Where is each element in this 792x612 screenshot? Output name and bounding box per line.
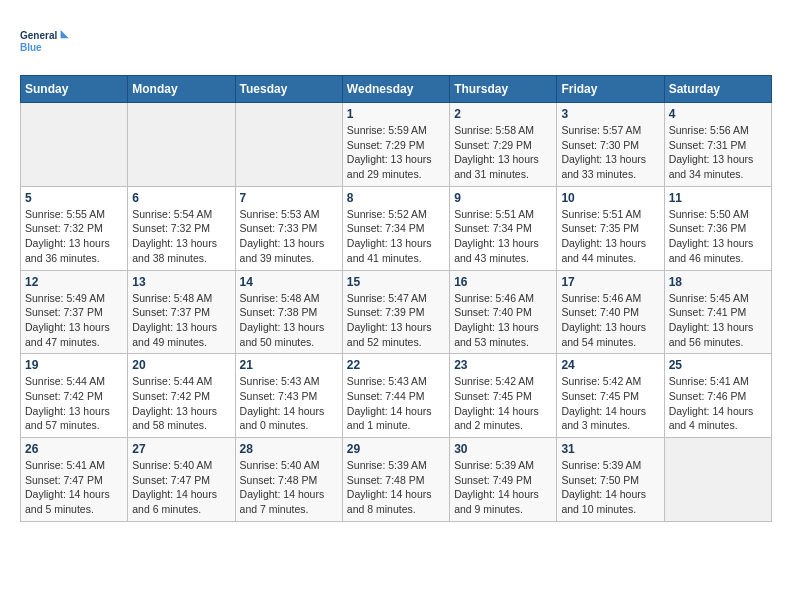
calendar-cell: 9Sunrise: 5:51 AM Sunset: 7:34 PM Daylig…: [450, 186, 557, 270]
calendar-cell: [128, 103, 235, 187]
day-number: 1: [347, 107, 445, 121]
day-info: Sunrise: 5:43 AM Sunset: 7:43 PM Dayligh…: [240, 374, 338, 433]
calendar-cell: [664, 438, 771, 522]
day-info: Sunrise: 5:40 AM Sunset: 7:48 PM Dayligh…: [240, 458, 338, 517]
day-info: Sunrise: 5:45 AM Sunset: 7:41 PM Dayligh…: [669, 291, 767, 350]
week-row: 1Sunrise: 5:59 AM Sunset: 7:29 PM Daylig…: [21, 103, 772, 187]
calendar-cell: 11Sunrise: 5:50 AM Sunset: 7:36 PM Dayli…: [664, 186, 771, 270]
calendar-cell: 22Sunrise: 5:43 AM Sunset: 7:44 PM Dayli…: [342, 354, 449, 438]
day-number: 14: [240, 275, 338, 289]
day-number: 22: [347, 358, 445, 372]
day-info: Sunrise: 5:48 AM Sunset: 7:37 PM Dayligh…: [132, 291, 230, 350]
calendar: SundayMondayTuesdayWednesdayThursdayFrid…: [20, 75, 772, 522]
calendar-cell: 7Sunrise: 5:53 AM Sunset: 7:33 PM Daylig…: [235, 186, 342, 270]
calendar-cell: 12Sunrise: 5:49 AM Sunset: 7:37 PM Dayli…: [21, 270, 128, 354]
calendar-cell: 19Sunrise: 5:44 AM Sunset: 7:42 PM Dayli…: [21, 354, 128, 438]
calendar-cell: 15Sunrise: 5:47 AM Sunset: 7:39 PM Dayli…: [342, 270, 449, 354]
day-info: Sunrise: 5:42 AM Sunset: 7:45 PM Dayligh…: [561, 374, 659, 433]
weekday-header: Tuesday: [235, 76, 342, 103]
weekday-header: Saturday: [664, 76, 771, 103]
day-info: Sunrise: 5:46 AM Sunset: 7:40 PM Dayligh…: [561, 291, 659, 350]
calendar-cell: [235, 103, 342, 187]
calendar-cell: 29Sunrise: 5:39 AM Sunset: 7:48 PM Dayli…: [342, 438, 449, 522]
calendar-body: 1Sunrise: 5:59 AM Sunset: 7:29 PM Daylig…: [21, 103, 772, 522]
weekday-header: Sunday: [21, 76, 128, 103]
day-number: 5: [25, 191, 123, 205]
calendar-cell: 6Sunrise: 5:54 AM Sunset: 7:32 PM Daylig…: [128, 186, 235, 270]
day-number: 10: [561, 191, 659, 205]
day-number: 12: [25, 275, 123, 289]
calendar-cell: 5Sunrise: 5:55 AM Sunset: 7:32 PM Daylig…: [21, 186, 128, 270]
day-number: 17: [561, 275, 659, 289]
day-info: Sunrise: 5:39 AM Sunset: 7:50 PM Dayligh…: [561, 458, 659, 517]
svg-text:General: General: [20, 30, 57, 41]
day-info: Sunrise: 5:51 AM Sunset: 7:34 PM Dayligh…: [454, 207, 552, 266]
day-number: 7: [240, 191, 338, 205]
svg-marker-2: [61, 30, 69, 38]
day-info: Sunrise: 5:44 AM Sunset: 7:42 PM Dayligh…: [132, 374, 230, 433]
header: General Blue: [20, 20, 772, 65]
day-number: 6: [132, 191, 230, 205]
day-info: Sunrise: 5:42 AM Sunset: 7:45 PM Dayligh…: [454, 374, 552, 433]
day-info: Sunrise: 5:44 AM Sunset: 7:42 PM Dayligh…: [25, 374, 123, 433]
day-number: 8: [347, 191, 445, 205]
day-number: 25: [669, 358, 767, 372]
day-number: 23: [454, 358, 552, 372]
calendar-cell: 16Sunrise: 5:46 AM Sunset: 7:40 PM Dayli…: [450, 270, 557, 354]
day-number: 27: [132, 442, 230, 456]
calendar-cell: [21, 103, 128, 187]
day-number: 21: [240, 358, 338, 372]
day-number: 13: [132, 275, 230, 289]
calendar-cell: 28Sunrise: 5:40 AM Sunset: 7:48 PM Dayli…: [235, 438, 342, 522]
day-info: Sunrise: 5:43 AM Sunset: 7:44 PM Dayligh…: [347, 374, 445, 433]
logo-svg: General Blue: [20, 20, 70, 65]
day-info: Sunrise: 5:49 AM Sunset: 7:37 PM Dayligh…: [25, 291, 123, 350]
calendar-cell: 17Sunrise: 5:46 AM Sunset: 7:40 PM Dayli…: [557, 270, 664, 354]
calendar-cell: 24Sunrise: 5:42 AM Sunset: 7:45 PM Dayli…: [557, 354, 664, 438]
day-number: 15: [347, 275, 445, 289]
day-info: Sunrise: 5:55 AM Sunset: 7:32 PM Dayligh…: [25, 207, 123, 266]
day-info: Sunrise: 5:58 AM Sunset: 7:29 PM Dayligh…: [454, 123, 552, 182]
calendar-cell: 4Sunrise: 5:56 AM Sunset: 7:31 PM Daylig…: [664, 103, 771, 187]
calendar-cell: 18Sunrise: 5:45 AM Sunset: 7:41 PM Dayli…: [664, 270, 771, 354]
day-info: Sunrise: 5:50 AM Sunset: 7:36 PM Dayligh…: [669, 207, 767, 266]
day-info: Sunrise: 5:57 AM Sunset: 7:30 PM Dayligh…: [561, 123, 659, 182]
day-info: Sunrise: 5:48 AM Sunset: 7:38 PM Dayligh…: [240, 291, 338, 350]
day-info: Sunrise: 5:59 AM Sunset: 7:29 PM Dayligh…: [347, 123, 445, 182]
calendar-cell: 27Sunrise: 5:40 AM Sunset: 7:47 PM Dayli…: [128, 438, 235, 522]
day-info: Sunrise: 5:54 AM Sunset: 7:32 PM Dayligh…: [132, 207, 230, 266]
day-number: 2: [454, 107, 552, 121]
day-info: Sunrise: 5:46 AM Sunset: 7:40 PM Dayligh…: [454, 291, 552, 350]
day-info: Sunrise: 5:40 AM Sunset: 7:47 PM Dayligh…: [132, 458, 230, 517]
day-info: Sunrise: 5:47 AM Sunset: 7:39 PM Dayligh…: [347, 291, 445, 350]
day-number: 16: [454, 275, 552, 289]
day-number: 3: [561, 107, 659, 121]
week-row: 19Sunrise: 5:44 AM Sunset: 7:42 PM Dayli…: [21, 354, 772, 438]
week-row: 26Sunrise: 5:41 AM Sunset: 7:47 PM Dayli…: [21, 438, 772, 522]
calendar-cell: 10Sunrise: 5:51 AM Sunset: 7:35 PM Dayli…: [557, 186, 664, 270]
calendar-cell: 23Sunrise: 5:42 AM Sunset: 7:45 PM Dayli…: [450, 354, 557, 438]
calendar-cell: 13Sunrise: 5:48 AM Sunset: 7:37 PM Dayli…: [128, 270, 235, 354]
calendar-cell: 2Sunrise: 5:58 AM Sunset: 7:29 PM Daylig…: [450, 103, 557, 187]
calendar-cell: 3Sunrise: 5:57 AM Sunset: 7:30 PM Daylig…: [557, 103, 664, 187]
calendar-cell: 26Sunrise: 5:41 AM Sunset: 7:47 PM Dayli…: [21, 438, 128, 522]
day-number: 18: [669, 275, 767, 289]
day-info: Sunrise: 5:39 AM Sunset: 7:48 PM Dayligh…: [347, 458, 445, 517]
week-row: 12Sunrise: 5:49 AM Sunset: 7:37 PM Dayli…: [21, 270, 772, 354]
weekday-header: Thursday: [450, 76, 557, 103]
day-number: 19: [25, 358, 123, 372]
day-info: Sunrise: 5:52 AM Sunset: 7:34 PM Dayligh…: [347, 207, 445, 266]
logo: General Blue: [20, 20, 70, 65]
day-number: 20: [132, 358, 230, 372]
day-number: 29: [347, 442, 445, 456]
weekday-header: Friday: [557, 76, 664, 103]
day-info: Sunrise: 5:41 AM Sunset: 7:47 PM Dayligh…: [25, 458, 123, 517]
calendar-cell: 14Sunrise: 5:48 AM Sunset: 7:38 PM Dayli…: [235, 270, 342, 354]
day-number: 28: [240, 442, 338, 456]
day-number: 11: [669, 191, 767, 205]
week-row: 5Sunrise: 5:55 AM Sunset: 7:32 PM Daylig…: [21, 186, 772, 270]
calendar-cell: 31Sunrise: 5:39 AM Sunset: 7:50 PM Dayli…: [557, 438, 664, 522]
day-info: Sunrise: 5:56 AM Sunset: 7:31 PM Dayligh…: [669, 123, 767, 182]
weekday-row: SundayMondayTuesdayWednesdayThursdayFrid…: [21, 76, 772, 103]
weekday-header: Monday: [128, 76, 235, 103]
